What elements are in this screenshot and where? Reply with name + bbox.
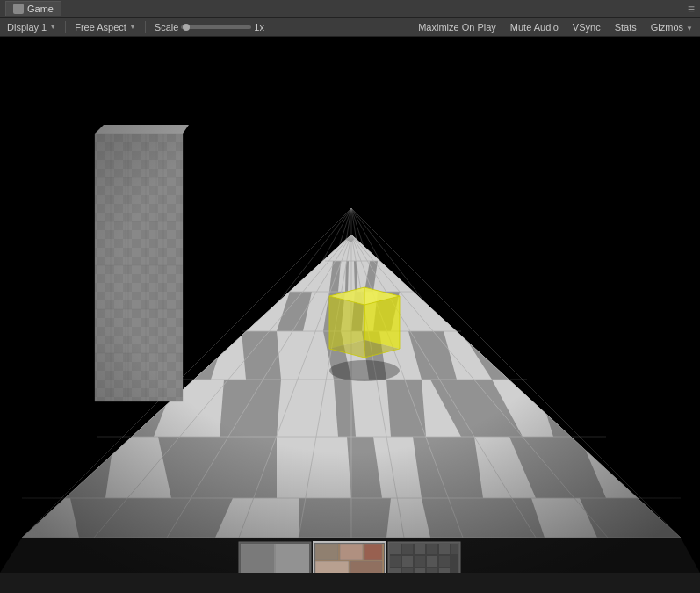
svg-rect-146 [439, 544, 450, 554]
toolbar-sep-2 [145, 21, 146, 33]
svg-rect-124 [276, 544, 309, 573]
display-chevron: ▼ [49, 23, 56, 31]
svg-rect-153 [390, 568, 401, 573]
svg-rect-148 [390, 556, 401, 567]
svg-rect-131 [340, 544, 363, 560]
gizmos-label: Gizmos [651, 22, 683, 33]
scale-value: 1x [254, 22, 264, 33]
scale-control: Scale 1x [151, 20, 268, 34]
game-tab[interactable]: Game [5, 1, 61, 16]
gizmos-chevron: ▼ [686, 25, 693, 33]
svg-rect-134 [350, 561, 382, 573]
toolbar: Display 1 ▼ Free Aspect ▼ Scale 1x Maxim… [0, 18, 700, 37]
svg-rect-149 [402, 556, 413, 567]
menu-icon[interactable]: ≡ [688, 2, 695, 16]
game-tab-label: Game [27, 4, 54, 14]
svg-rect-142 [390, 544, 401, 554]
svg-rect-130 [315, 544, 338, 560]
aspect-selector[interactable]: Free Aspect ▼ [71, 20, 140, 34]
svg-rect-143 [402, 544, 413, 554]
gizmos-button[interactable]: Gizmos ▼ [647, 20, 696, 34]
scene-svg [0, 37, 700, 573]
stats-button[interactable]: Stats [611, 20, 640, 34]
svg-rect-145 [427, 544, 437, 554]
aspect-label: Free Aspect [75, 22, 126, 33]
svg-rect-154 [402, 568, 413, 573]
thumbnail-area [239, 542, 460, 573]
svg-rect-123 [241, 544, 274, 573]
display-label: Display 1 [7, 22, 47, 33]
svg-rect-156 [427, 568, 437, 573]
display-selector[interactable]: Display 1 ▼ [4, 20, 60, 34]
aspect-chevron: ▼ [129, 23, 136, 31]
svg-rect-155 [415, 568, 425, 573]
game-viewport[interactable] [0, 37, 700, 573]
scale-label: Scale [155, 22, 179, 33]
svg-rect-144 [415, 544, 425, 554]
toolbar-right: Maximize On Play Mute Audio VSync Stats … [415, 20, 696, 34]
svg-rect-150 [415, 556, 425, 567]
scale-dot [183, 24, 190, 31]
svg-rect-152 [439, 556, 450, 567]
game-tab-icon [13, 4, 24, 14]
mute-button[interactable]: Mute Audio [507, 20, 562, 34]
vsync-button[interactable]: VSync [569, 20, 604, 34]
toolbar-sep-1 [65, 21, 66, 33]
svg-rect-120 [0, 37, 700, 573]
svg-rect-151 [427, 556, 437, 567]
maximize-button[interactable]: Maximize On Play [415, 20, 500, 34]
title-bar: Game ≡ [0, 0, 700, 18]
scale-slider[interactable] [181, 25, 251, 29]
svg-rect-132 [364, 544, 382, 560]
svg-rect-147 [451, 544, 458, 554]
svg-rect-133 [315, 561, 349, 573]
svg-rect-157 [439, 568, 450, 573]
